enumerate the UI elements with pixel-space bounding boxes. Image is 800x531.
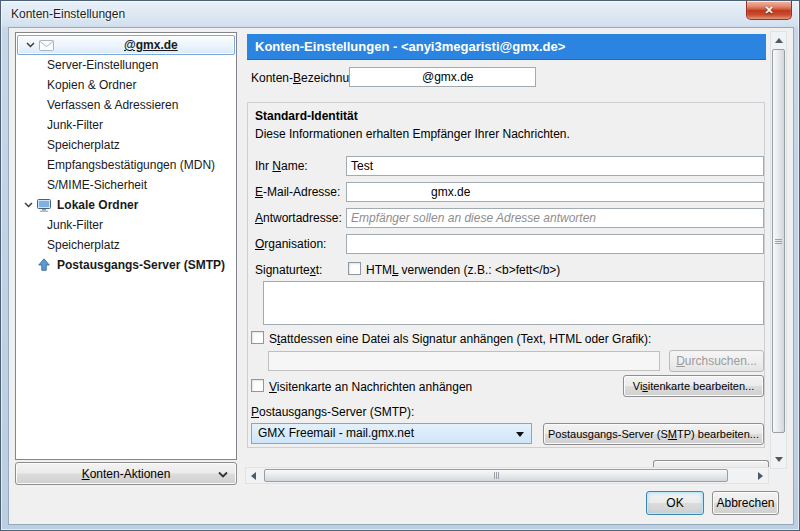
panel-header: Konten-Einstellungen - <anyi3megaristi@g… [247,34,766,60]
tree-item-label: Speicherplatz [47,238,120,252]
tree-item-disk-space[interactable]: Speicherplatz [16,135,236,155]
section-title: Standard-Identität [255,109,358,124]
tree-item-label: Postausgangs-Server (SMTP) [57,258,225,272]
tree-item-copies-folders[interactable]: Kopien & Ordner [16,75,236,95]
vcard-checkbox-label: Visitenkarte an Nachrichten anhängen [269,380,472,395]
computer-icon [37,199,51,212]
chevron-down-icon [24,202,33,208]
chevron-down-icon [218,471,228,478]
tree-item-outgoing-server[interactable]: Postausgangs-Server (SMTP) [16,255,236,275]
tree-item-label: Verfassen & Adressieren [47,98,178,112]
tree-item-label: Junk-Filter [47,118,103,132]
tree-item-junk-filter[interactable]: Junk-Filter [16,115,236,135]
tree-item-label: Empfangsbestätigungen (MDN) [47,158,215,172]
account-actions-label: Konten-Aktionen [82,467,171,481]
tree-item-label: S/MIME-Sicherheit [47,178,147,192]
reply-address-label: Antwortadresse: [255,211,342,226]
scroll-left-button[interactable] [246,468,261,483]
smtp-server-label: Postausgangs-Server (SMTP): [251,405,414,420]
tree-item-label: Kopien & Ordner [47,78,136,92]
scroll-up-button[interactable] [771,33,786,48]
send-arrow-icon [37,258,51,272]
vertical-scrollbar-thumb[interactable] [772,49,785,433]
tree-item-junk-filter-local[interactable]: Junk-Filter [16,215,236,235]
tree-item-return-receipts[interactable]: Empfangsbestätigungen (MDN) [16,155,236,175]
html-signature-checkbox[interactable] [348,262,361,275]
thumb-grip [775,241,782,242]
edit-smtp-server-button[interactable]: Postausgangs-Server (SMTP) bearbeiten... [543,423,764,445]
email-label: E-Mail-Adresse: [255,185,340,200]
organization-input[interactable] [346,234,764,254]
organization-label: Organisation: [255,237,326,252]
close-icon: ✕ [764,4,773,17]
triangle-down-icon [516,432,524,437]
tree-item-server-settings[interactable]: Server-Einstellungen [16,55,236,75]
account-actions-button[interactable]: Konten-Aktionen [15,462,237,485]
tree-item-compose-addressing[interactable]: Verfassen & Adressieren [16,95,236,115]
vcard-checkbox[interactable] [251,379,264,392]
tree-item-label: Speicherplatz [47,138,120,152]
account-name-input[interactable]: @gmx.de [349,67,536,87]
email-input[interactable]: gmx.de [346,182,764,202]
horizontal-scrollbar[interactable] [245,467,769,484]
ok-button[interactable]: OK [646,491,704,515]
account-tree: @gmx.de Server-Einstellungen Kopien & Or… [15,32,237,460]
smtp-server-dropdown[interactable]: GMX Freemail - mail.gmx.net [251,423,532,444]
file-signature-checkbox-label: Stattdessen eine Datei als Signatur anhä… [269,332,651,347]
triangle-right-icon [758,472,763,480]
reply-address-input[interactable]: Empfänger sollen an diese Adresse antwor… [346,208,764,228]
your-name-label: Ihr Name: [255,159,308,174]
scroll-right-button[interactable] [753,468,768,483]
triangle-left-icon [251,472,256,480]
tree-item-disk-space-local[interactable]: Speicherplatz [16,235,236,255]
signature-label: Signaturtext: [255,263,322,278]
html-signature-checkbox-label: HTML verwenden (z.B.: <b>fett</b>) [366,263,560,278]
tree-item-label: Lokale Ordner [57,198,138,212]
tree-item-label: @gmx.de [124,38,178,52]
mail-icon [39,40,54,51]
tree-item-local-folders[interactable]: Lokale Ordner [16,195,236,215]
signature-file-input [268,351,660,371]
tree-item-account-gmx[interactable]: @gmx.de [17,35,235,55]
tree-item-smime-security[interactable]: S/MIME-Sicherheit [16,175,236,195]
your-name-input[interactable]: Test [346,156,764,176]
scroll-down-button[interactable] [771,452,786,467]
horizontal-scrollbar-thumb[interactable] [264,469,728,482]
thumb-grip [496,472,497,479]
triangle-up-icon [775,38,783,43]
chevron-down-icon [26,42,35,48]
close-button[interactable]: ✕ [746,1,792,20]
section-description: Diese Informationen erhalten Empfänger I… [255,127,570,142]
file-signature-checkbox[interactable] [251,331,264,344]
tree-item-label: Server-Einstellungen [47,58,158,72]
tree-item-label: Junk-Filter [47,218,103,232]
smtp-server-selected: GMX Freemail - mail.gmx.net [258,426,414,440]
cancel-button[interactable]: Abbrechen [712,491,779,515]
account-settings-dialog: Konten-Einstellungen ✕ @gmx.de Server-Ei… [0,0,800,531]
triangle-down-icon [775,457,783,462]
vertical-scrollbar[interactable] [770,31,787,469]
edit-vcard-button[interactable]: Visitenkarte bearbeiten... [623,375,764,397]
browse-button: Durchsuchen... [669,350,764,372]
window-title: Konten-Einstellungen [11,7,125,21]
signature-textarea[interactable] [263,281,764,325]
